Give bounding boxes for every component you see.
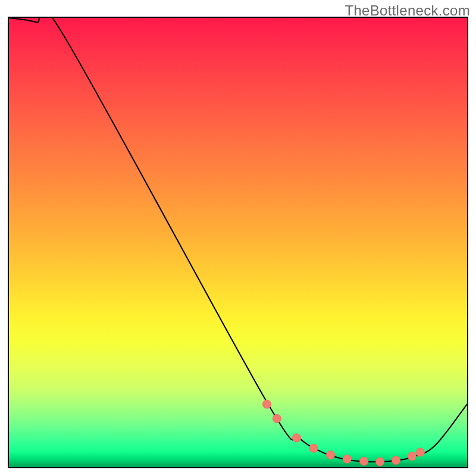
watermark-label: TheBottleneck.com [345,2,470,19]
curve-marker [360,457,368,465]
curve-marker [376,458,384,466]
curve-marker [273,414,281,422]
curve-marker [309,444,318,452]
chart-frame: TheBottleneck.com [0,0,476,476]
curve-layer [9,18,467,467]
curve-marker [392,456,400,464]
curve-marker [326,450,334,459]
plot-area [8,17,468,468]
bottleneck-curve [9,18,467,462]
curve-marker [262,400,271,408]
curve-marker [292,434,300,442]
marker-group [262,400,424,466]
curve-marker [343,455,351,463]
curve-marker [408,452,416,461]
curve-marker [416,448,424,456]
